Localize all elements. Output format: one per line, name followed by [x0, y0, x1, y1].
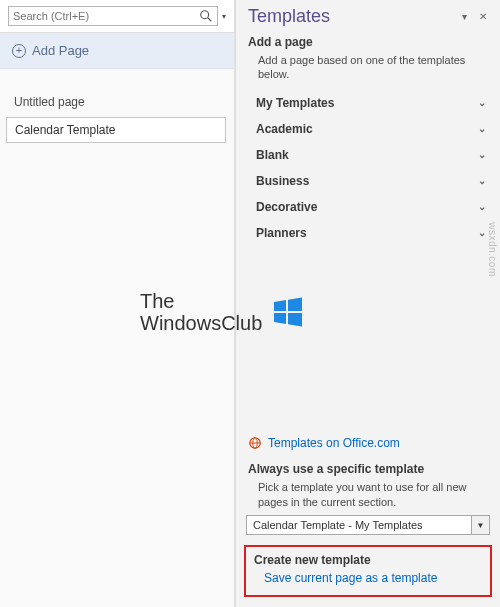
chevron-down-icon: ⌄ [478, 149, 486, 160]
chevron-down-icon: ⌄ [478, 201, 486, 212]
chevron-down-icon: ⌄ [478, 227, 486, 238]
category-label: Planners [256, 226, 307, 240]
left-panel: ▾ + Add Page Untitled page Calendar Temp… [0, 0, 235, 607]
add-page-heading: Add a page [236, 31, 500, 51]
specific-template-heading: Always use a specific template [236, 458, 500, 478]
page-item-untitled[interactable]: Untitled page [0, 89, 234, 115]
plus-circle-icon: + [12, 44, 26, 58]
category-business[interactable]: Business ⌄ [246, 168, 490, 194]
chevron-down-icon: ⌄ [478, 97, 486, 108]
category-decorative[interactable]: Decorative ⌄ [246, 194, 490, 220]
search-scope-dropdown[interactable]: ▾ [222, 12, 226, 21]
specific-template-description: Pick a template you want to use for all … [236, 478, 500, 515]
category-label: Blank [256, 148, 289, 162]
add-page-label: Add Page [32, 43, 89, 58]
search-row: ▾ [0, 0, 234, 33]
site-watermark: wsxdn.com [487, 222, 498, 277]
page-item-calendar-template[interactable]: Calendar Template [6, 117, 226, 143]
category-my-templates[interactable]: My Templates ⌄ [246, 90, 490, 116]
category-academic[interactable]: Academic ⌄ [246, 116, 490, 142]
default-template-select[interactable]: Calendar Template - My Templates ▼ [246, 515, 490, 535]
templates-office-link[interactable]: Templates on Office.com [236, 428, 500, 458]
category-label: Decorative [256, 200, 317, 214]
search-icon [199, 9, 213, 23]
search-box[interactable] [8, 6, 218, 26]
save-as-template-link[interactable]: Save current page as a template [254, 571, 482, 585]
pane-title: Templates [248, 6, 453, 27]
search-input[interactable] [13, 10, 199, 22]
office-link-label: Templates on Office.com [268, 436, 400, 450]
create-template-section: Create new template Save current page as… [244, 545, 492, 597]
globe-icon [248, 436, 262, 450]
create-template-heading: Create new template [254, 553, 482, 567]
chevron-down-icon: ⌄ [478, 123, 486, 134]
templates-pane: Templates ▾ ✕ Add a page Add a page base… [235, 0, 500, 607]
template-category-list: My Templates ⌄ Academic ⌄ Blank ⌄ Busine… [236, 90, 500, 246]
page-list: Untitled page Calendar Template [0, 69, 234, 145]
category-blank[interactable]: Blank ⌄ [246, 142, 490, 168]
pane-close-button[interactable]: ✕ [476, 11, 490, 22]
category-label: My Templates [256, 96, 334, 110]
svg-line-1 [208, 18, 212, 22]
add-page-description: Add a page based on one of the templates… [236, 51, 500, 90]
category-label: Academic [256, 122, 313, 136]
svg-point-0 [201, 11, 209, 19]
pane-header: Templates ▾ ✕ [236, 0, 500, 31]
category-planners[interactable]: Planners ⌄ [246, 220, 490, 246]
dropdown-button[interactable]: ▼ [472, 515, 490, 535]
category-label: Business [256, 174, 309, 188]
add-page-button[interactable]: + Add Page [0, 33, 234, 69]
default-template-value: Calendar Template - My Templates [246, 515, 472, 535]
pane-options-button[interactable]: ▾ [459, 11, 470, 22]
chevron-down-icon: ⌄ [478, 175, 486, 186]
